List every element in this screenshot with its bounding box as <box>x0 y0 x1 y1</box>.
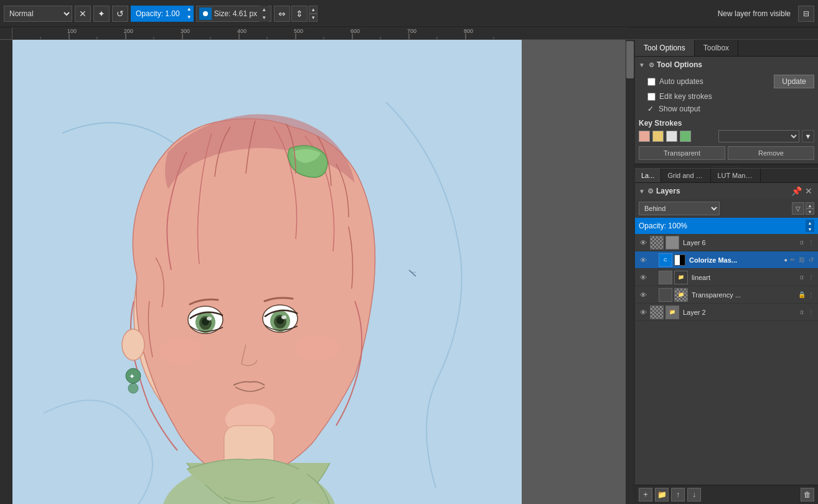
layer-folder-icon-lineart: 📁 <box>678 274 684 280</box>
key-strokes-swatches-row: ▼ <box>639 130 814 142</box>
layer-eye-colorize[interactable]: 👁 <box>637 254 649 266</box>
canvas-scrollbar-vertical[interactable] <box>626 40 634 504</box>
layer-item-lineart[interactable]: 👁 📁 lineart α ⋮ <box>635 269 818 286</box>
layer-item-transparency[interactable]: 👁 📁 Transparency ... 🔒 ⋮ <box>635 286 818 304</box>
tool-mode-select[interactable]: Normal Dissolve Multiply Screen <box>4 6 72 22</box>
layer-circle-icon: ● <box>784 257 787 263</box>
panel-divider[interactable]: · · · · · · · · · · <box>635 164 818 169</box>
layer-menu-icon-trans[interactable]: ⋮ <box>807 291 816 298</box>
flip-h-btn[interactable]: ⇔ <box>274 6 290 22</box>
layers-tab-grid[interactable]: Grid and Gu... <box>661 169 711 182</box>
tool-options-title: Tool Options <box>657 60 702 69</box>
layers-collapse-arrow[interactable]: ▼ <box>639 188 645 195</box>
layer-name-colorize: Colorize Mas... <box>687 256 783 264</box>
tab-tool-options[interactable]: Tool Options <box>635 40 695 56</box>
opacity-up[interactable]: ▲ <box>185 6 194 14</box>
update-button[interactable]: Update <box>774 75 814 88</box>
layer-menu-icon-layer6[interactable]: ⋮ <box>807 239 816 246</box>
auto-updates-label: Auto updates <box>659 77 703 86</box>
opacity-down[interactable]: ▼ <box>185 14 194 22</box>
remove-btn[interactable]: Remove <box>728 146 814 160</box>
layer-icons-colorize: ● ✏ ⛓ ↺ <box>784 256 816 263</box>
toolbar-action-icon[interactable]: ⊟ <box>798 6 814 22</box>
layers-actions: 📌 ✕ <box>791 185 814 197</box>
size-spinner[interactable]: ▲ ▼ <box>260 6 268 22</box>
blend-mode-icons: ▽ ▲ ▼ <box>792 202 814 215</box>
layers-opacity-spinner[interactable]: ▲ ▼ <box>806 220 814 232</box>
layer-alpha-icon-layer2: α <box>797 309 806 315</box>
layer-thumb-layer6 <box>650 236 664 250</box>
new-layer-btn[interactable]: New layer from visible <box>713 9 796 18</box>
svg-text:600: 600 <box>350 28 360 34</box>
tool-icon-refresh[interactable]: ↺ <box>112 6 128 22</box>
layer-eye-layer2[interactable]: 👁 <box>637 307 649 318</box>
move-down-btn[interactable]: ↓ <box>687 488 701 502</box>
layer-item-layer2[interactable]: 👁 📁 Layer 2 α ⋮ <box>635 304 818 321</box>
layers-title-text: Layers <box>656 187 680 195</box>
ruler-horizontal: 100 200 300 400 500 600 700 800 <box>12 27 634 40</box>
collapse-arrow[interactable]: ▼ <box>639 62 645 68</box>
layers-tab-layers[interactable]: La... <box>635 169 661 182</box>
main-area: ✦ — <box>0 40 818 504</box>
layers-close-btn[interactable]: ✕ <box>803 185 814 197</box>
flip-v-btn[interactable]: ⇕ <box>291 6 308 22</box>
layers-opacity-label: Opacity: 100% <box>639 222 687 230</box>
size-control: Size: 4.61 px ▲ ▼ <box>196 6 271 22</box>
add-group-btn[interactable]: 📁 <box>655 488 669 502</box>
swatch-dropdown[interactable] <box>718 130 799 142</box>
layers-bottom: + 📁 ↑ ↓ 🗑 <box>635 485 818 504</box>
edit-key-strokes-label: Edit key strokes <box>659 92 712 101</box>
tool-icon-erase[interactable]: ✕ <box>75 6 91 22</box>
tool-icon-plus[interactable]: ✦ <box>93 6 110 22</box>
ruler-right-pad <box>634 27 818 40</box>
settings-icon: ⚙ <box>649 62 654 68</box>
opacity-spinner[interactable]: ▲ ▼ <box>185 6 194 22</box>
layers-panel: ▼ ⚙ Layers 📌 ✕ Behind Normal Multiply ▽ <box>635 183 818 504</box>
edit-key-strokes-checkbox[interactable] <box>647 93 656 101</box>
layers-opacity-row: Opacity: 100% ▲ ▼ <box>635 218 818 234</box>
layers-panel-tabs: La... Grid and Gu... LUT Manage... <box>635 169 818 183</box>
layer-refresh-icon[interactable]: ↺ <box>807 256 816 263</box>
layer-eye-layer6[interactable]: 👁 <box>637 237 649 248</box>
show-output-row: ✓ Show output <box>639 103 814 115</box>
layer-eye-lineart[interactable]: 👁 <box>637 272 649 283</box>
swatch-2[interactable] <box>666 131 677 142</box>
layer-icons-layer2: α ⋮ <box>788 309 816 315</box>
add-layer-btn[interactable]: + <box>639 488 652 502</box>
layer-thumb2-layer2: 📁 <box>665 306 679 319</box>
transparent-btn[interactable]: Transparent <box>639 146 725 160</box>
blend-filter-icon[interactable]: ▽ <box>792 202 804 215</box>
scrollbar-thumb[interactable] <box>626 41 634 78</box>
tab-toolbox[interactable]: Toolbox <box>695 40 738 56</box>
layer-menu-icon-lineart[interactable]: ⋮ <box>807 274 816 281</box>
size-down[interactable]: ▼ <box>260 14 268 22</box>
layer-item-colorize[interactable]: 👁 C Colorize Mas... ● ✏ ⛓ ↺ <box>635 251 818 269</box>
svg-point-45 <box>128 383 138 393</box>
swatch-menu-btn[interactable]: ▼ <box>802 130 814 142</box>
flip-spinner[interactable]: ▲ ▼ <box>309 6 317 22</box>
layer-item-layer6[interactable]: 👁 Layer 6 α ⋮ <box>635 234 818 251</box>
layer-menu-icon-layer2[interactable]: ⋮ <box>807 309 816 315</box>
blend-mode-row: Behind Normal Multiply ▽ ▲ ▼ <box>635 199 818 218</box>
layers-tab-lut[interactable]: LUT Manage... <box>711 169 761 182</box>
layer-list: 👁 Layer 6 α ⋮ 👁 C <box>635 234 818 485</box>
layer-mask-transparency: 📁 <box>674 288 688 302</box>
layers-pin-btn[interactable]: 📌 <box>791 185 802 197</box>
size-up[interactable]: ▲ <box>260 6 268 14</box>
blend-spinner[interactable]: ▲ ▼ <box>806 202 814 215</box>
auto-updates-checkbox[interactable] <box>647 78 656 86</box>
opacity-label: Opacity: 1.00 <box>136 9 180 18</box>
move-up-btn[interactable]: ↑ <box>671 488 685 502</box>
layer-thumb-colorize: C <box>659 253 672 267</box>
layer-eye-transparency[interactable]: 👁 <box>637 289 649 301</box>
canvas-wrapper[interactable]: ✦ — <box>12 40 634 504</box>
swatch-0[interactable] <box>639 131 650 142</box>
layer-thumb2-layer6 <box>665 236 679 250</box>
delete-layer-btn[interactable]: 🗑 <box>801 488 814 502</box>
svg-text:✦: ✦ <box>129 372 135 381</box>
swatch-3[interactable] <box>680 131 691 142</box>
swatch-1[interactable] <box>652 131 664 142</box>
svg-point-33 <box>207 317 212 320</box>
blend-mode-select[interactable]: Behind Normal Multiply <box>639 202 720 215</box>
svg-point-41 <box>296 335 339 360</box>
